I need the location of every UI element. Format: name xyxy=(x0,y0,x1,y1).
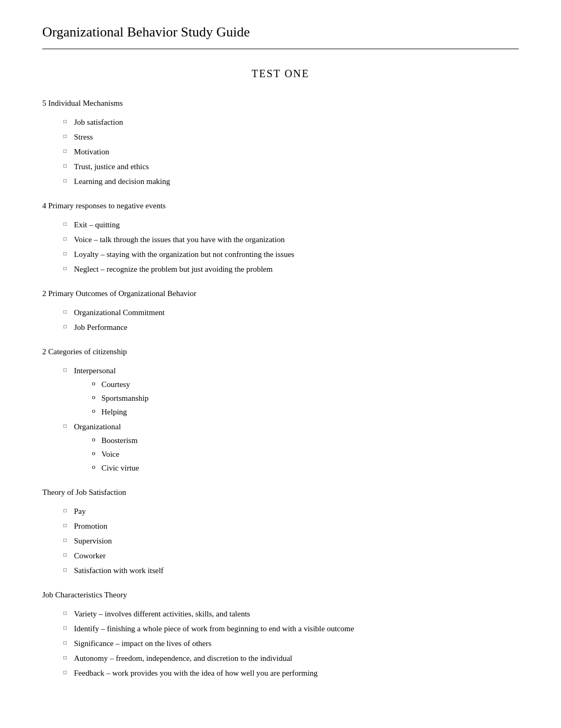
list-item: Supervision xyxy=(63,535,519,547)
section-heading-job-characteristics: Job Characteristics Theory xyxy=(42,588,519,601)
section-heading-primary-outcomes: 2 Primary Outcomes of Organizational Beh… xyxy=(42,287,519,300)
list-item: Exit – quitting xyxy=(63,218,519,231)
list-item: Sportsmanship xyxy=(90,392,519,404)
list-item: Satisfaction with work itself xyxy=(63,564,519,577)
list-item: Stress xyxy=(63,131,519,143)
list-item: Promotion xyxy=(63,520,519,532)
list-item: Civic virtue xyxy=(90,462,519,474)
list-item: Organizational Commitment xyxy=(63,306,519,319)
section-job-characteristics: Job Characteristics TheoryVariety – invo… xyxy=(42,588,519,679)
list-item: Learning and decision making xyxy=(63,175,519,188)
list-item: Coworker xyxy=(63,549,519,562)
list-item: Job Performance xyxy=(63,321,519,334)
section-individual-mechanisms: 5 Individual MechanismsJob satisfactionS… xyxy=(42,97,519,188)
section-primary-outcomes: 2 Primary Outcomes of Organizational Beh… xyxy=(42,287,519,334)
section-heading-categories-citizenship: 2 Categories of citizenship xyxy=(42,345,519,358)
list-job-characteristics: Variety – involves different activities,… xyxy=(63,607,519,679)
list-item: Pay xyxy=(63,505,519,518)
list-item: Feedback – work provides you with the id… xyxy=(63,667,519,679)
list-item: Variety – involves different activities,… xyxy=(63,607,519,620)
section-categories-citizenship: 2 Categories of citizenshipInterpersonal… xyxy=(42,345,519,474)
sublist-interpersonal: CourtesySportsmanshipHelping xyxy=(90,378,519,418)
list-item: Helping xyxy=(90,406,519,418)
test-heading: TEST ONE xyxy=(42,65,519,82)
list-categories-citizenship: InterpersonalCourtesySportsmanshipHelpin… xyxy=(63,364,519,474)
list-primary-responses: Exit – quittingVoice – talk through the … xyxy=(63,218,519,275)
list-item: Motivation xyxy=(63,145,519,158)
section-heading-individual-mechanisms: 5 Individual Mechanisms xyxy=(42,97,519,109)
list-item: Autonomy – freedom, independence, and di… xyxy=(63,652,519,665)
list-theory-job-satisfaction: PayPromotionSupervisionCoworkerSatisfact… xyxy=(63,505,519,577)
list-item: Significance – impact on the lives of ot… xyxy=(63,637,519,650)
list-item: Boosterism xyxy=(90,434,519,447)
section-heading-theory-job-satisfaction: Theory of Job Satisfaction xyxy=(42,486,519,499)
list-item: Loyalty – staying with the organization … xyxy=(63,248,519,261)
list-individual-mechanisms: Job satisfactionStressMotivationTrust, j… xyxy=(63,116,519,188)
list-item: Voice – talk through the issues that you… xyxy=(63,233,519,246)
list-item: InterpersonalCourtesySportsmanshipHelpin… xyxy=(63,364,519,418)
page-title: Organizational Behavior Study Guide xyxy=(42,21,519,49)
list-primary-outcomes: Organizational CommitmentJob Performance xyxy=(63,306,519,334)
section-theory-job-satisfaction: Theory of Job SatisfactionPayPromotionSu… xyxy=(42,486,519,577)
list-item: Courtesy xyxy=(90,378,519,391)
sublist-organizational: BoosterismVoiceCivic virtue xyxy=(90,434,519,474)
list-item: Identify – finishing a whole piece of wo… xyxy=(63,622,519,635)
section-heading-primary-responses: 4 Primary responses to negative events xyxy=(42,199,519,212)
list-item: Trust, justice and ethics xyxy=(63,160,519,173)
section-primary-responses: 4 Primary responses to negative eventsEx… xyxy=(42,199,519,275)
list-item: Voice xyxy=(90,448,519,460)
list-item: Neglect – recognize the problem but just… xyxy=(63,263,519,275)
list-item: OrganizationalBoosterismVoiceCivic virtu… xyxy=(63,420,519,474)
list-item: Job satisfaction xyxy=(63,116,519,128)
